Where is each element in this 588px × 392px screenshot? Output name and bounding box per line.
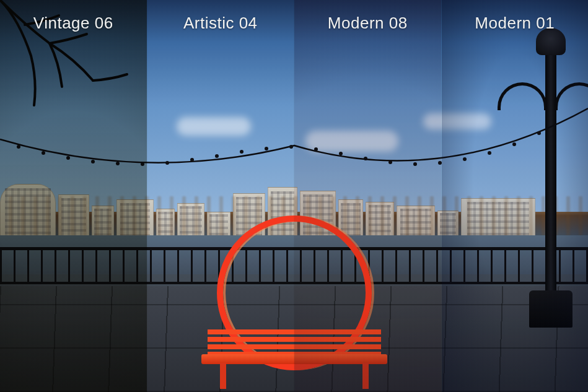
filter-label: Artistic 04 — [147, 14, 294, 33]
filter-column-vintage-06[interactable]: Vintage 06 — [0, 0, 147, 392]
filter-columns: Vintage 06 Artistic 04 Modern 08 Modern … — [0, 0, 588, 392]
filter-label: Vintage 06 — [0, 14, 147, 33]
filter-column-modern-08[interactable]: Modern 08 — [294, 0, 441, 392]
filter-label: Modern 08 — [294, 14, 441, 33]
filter-column-artistic-04[interactable]: Artistic 04 — [147, 0, 294, 392]
vignette-overlay — [0, 0, 147, 392]
filter-label: Modern 01 — [442, 14, 589, 33]
vignette-overlay — [147, 0, 294, 392]
vignette-overlay — [442, 0, 589, 392]
vignette-overlay — [294, 0, 441, 392]
filter-column-modern-01[interactable]: Modern 01 — [441, 0, 589, 392]
